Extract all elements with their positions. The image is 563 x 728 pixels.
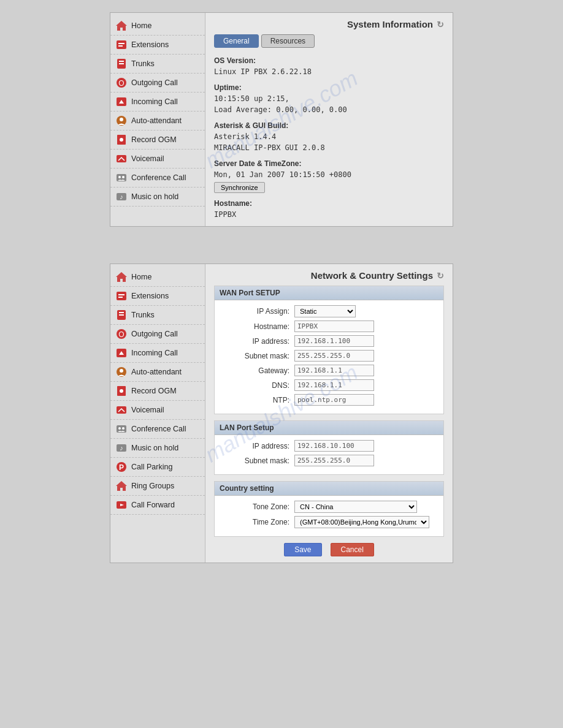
sidebar-label-conference: Conference Call — [131, 173, 186, 182]
uptime-value: 10:15:50 up 2:15, Load Average: 0.00, 0.… — [214, 93, 444, 115]
build-label: Asterisk & GUI Build: — [214, 120, 444, 131]
sidebar2-item-incoming[interactable]: Incoming Call — [110, 344, 205, 363]
record-icon — [115, 134, 128, 146]
dns-input[interactable] — [294, 379, 374, 391]
sidebar2-item-forward[interactable]: Call Forward — [110, 496, 205, 515]
sidebar2-label-ring: Ring Groups — [131, 482, 174, 490]
svg-rect-3 — [118, 45, 123, 47]
sidebar-item-auto[interactable]: Auto-attendant — [110, 112, 205, 131]
sidebar-item-music[interactable]: ♪ Music on hold — [110, 188, 205, 207]
sidebar-item-voicemail[interactable]: Voicemail — [110, 150, 205, 169]
date-label: Server Date & TimeZone: — [214, 158, 444, 169]
sidebar2-item-outgoing[interactable]: O Outgoing Call — [110, 325, 205, 344]
outgoing2-icon: O — [115, 328, 128, 340]
save-button[interactable]: Save — [284, 543, 321, 556]
hostname2-label: Hostname: — [222, 322, 289, 331]
sidebar2-label-record: Record OGM — [131, 387, 177, 395]
sidebar2-item-ring[interactable]: Ring Groups — [110, 477, 205, 496]
refresh2-icon[interactable]: ↻ — [437, 271, 444, 281]
tone-zone-label: Tone Zone: — [222, 502, 289, 511]
tab-resources[interactable]: Resources — [261, 34, 315, 48]
svg-text:P: P — [119, 463, 124, 472]
lan-ip-input[interactable] — [294, 440, 374, 452]
sidebar2-label-forward: Call Forward — [131, 501, 175, 509]
ip-label: IP address: — [222, 337, 289, 346]
os-version-value: Linux IP PBX 2.6.22.18 — [214, 67, 312, 76]
sync-button[interactable]: Synchronize — [214, 182, 265, 193]
music-icon: ♪ — [115, 191, 128, 203]
sidebar2-item-music[interactable]: ♪ Music on hold — [110, 439, 205, 458]
sidebar2-label-incoming: Incoming Call — [131, 349, 178, 357]
svg-rect-36 — [117, 406, 126, 414]
sidebar2-item-voicemail[interactable]: Voicemail — [110, 401, 205, 420]
sidebar2-item-parking[interactable]: P Call Parking — [110, 458, 205, 477]
svg-text:♪: ♪ — [120, 193, 123, 200]
tone-zone-select[interactable]: CN - China — [294, 501, 417, 513]
hostname-label: Hostname: — [214, 198, 444, 209]
svg-rect-26 — [119, 312, 124, 313]
sidebar-1: Home Extensions Trunks O — [110, 13, 205, 226]
svg-rect-2 — [118, 43, 124, 44]
music2-icon: ♪ — [115, 442, 128, 454]
lan-section: LAN Port Setup IP address: Subnet mask: — [214, 420, 444, 475]
network-content: Network & Country Settings ↻ WAN Port SE… — [205, 264, 453, 563]
lan-header: LAN Port Setup — [215, 421, 443, 435]
row-ip: IP address: — [222, 335, 436, 347]
sidebar-item-record[interactable]: Record OGM — [110, 131, 205, 150]
row-tone: Tone Zone: CN - China — [222, 501, 436, 513]
time-zone-select[interactable]: (GMT+08:00)Beijing,Hong Kong,Urumqi — [294, 516, 429, 528]
sidebar2-item-record[interactable]: Record OGM — [110, 382, 205, 401]
sidebar2-label-conference: Conference Call — [131, 425, 186, 433]
sidebar-item-incoming[interactable]: Incoming Call — [110, 93, 205, 112]
row-lan-ip: IP address: — [222, 440, 436, 452]
voicemail-icon — [115, 153, 128, 165]
svg-point-17 — [118, 176, 121, 178]
sidebar-item-extensions[interactable]: Extensions — [110, 36, 205, 55]
lan-subnet-input[interactable] — [294, 455, 374, 466]
conf2-icon — [115, 423, 128, 435]
lan-body: IP address: Subnet mask: — [215, 435, 443, 474]
svg-rect-15 — [117, 155, 126, 162]
outgoing-icon: O — [115, 77, 128, 89]
refresh-icon[interactable]: ↻ — [437, 20, 444, 29]
ntp-input[interactable] — [294, 394, 374, 406]
svg-rect-5 — [119, 61, 124, 62]
svg-text:O: O — [118, 79, 124, 88]
row-timezone: Time Zone: (GMT+08:00)Beijing,Hong Kong,… — [222, 516, 436, 528]
lan-subnet-label: Subnet mask: — [222, 457, 289, 465]
sidebar2-label-voicemail: Voicemail — [131, 406, 164, 414]
sidebar-item-outgoing[interactable]: O Outgoing Call — [110, 74, 205, 93]
svg-point-39 — [122, 427, 124, 430]
trunks-icon — [115, 58, 128, 70]
sidebar2-label-music: Music on hold — [131, 444, 178, 452]
country-body: Tone Zone: CN - China Time Zone: (GMT+08… — [215, 496, 443, 536]
svg-rect-24 — [118, 297, 123, 298]
tab-bar: General Resources — [214, 34, 444, 48]
sidebar-item-trunks[interactable]: Trunks — [110, 55, 205, 74]
home2-icon — [115, 271, 128, 283]
gateway-input[interactable] — [294, 365, 374, 376]
sidebar2-item-extensions[interactable]: Extensions — [110, 287, 205, 306]
row-ntp: NTP: — [222, 394, 436, 406]
sidebar-item-home[interactable]: Home — [110, 17, 205, 36]
tab-general[interactable]: General — [214, 34, 259, 48]
svg-point-18 — [122, 176, 124, 178]
sidebar2-item-trunks[interactable]: Trunks — [110, 306, 205, 325]
hostname-input[interactable] — [294, 320, 374, 332]
auto2-icon — [115, 366, 128, 378]
cancel-button[interactable]: Cancel — [331, 543, 374, 556]
row-hostname: Hostname: — [222, 320, 436, 332]
sidebar2-item-home[interactable]: Home — [110, 268, 205, 287]
subnet-input[interactable] — [294, 350, 374, 362]
sidebar2-item-auto[interactable]: Auto-attendant — [110, 363, 205, 382]
sidebar2-item-conference[interactable]: Conference Call — [110, 420, 205, 439]
wan-header: WAN Port SETUP — [215, 286, 443, 300]
ip-input[interactable] — [294, 335, 374, 347]
voicemail2-icon — [115, 404, 128, 416]
ip-assign-select[interactable]: Static — [294, 305, 356, 317]
svg-text:O: O — [118, 330, 124, 339]
sidebar2-label-extensions: Extensions — [131, 292, 169, 300]
dns-label: DNS: — [222, 381, 289, 390]
sidebar-item-conference[interactable]: Conference Call — [110, 169, 205, 188]
gateway-label: Gateway: — [222, 366, 289, 375]
